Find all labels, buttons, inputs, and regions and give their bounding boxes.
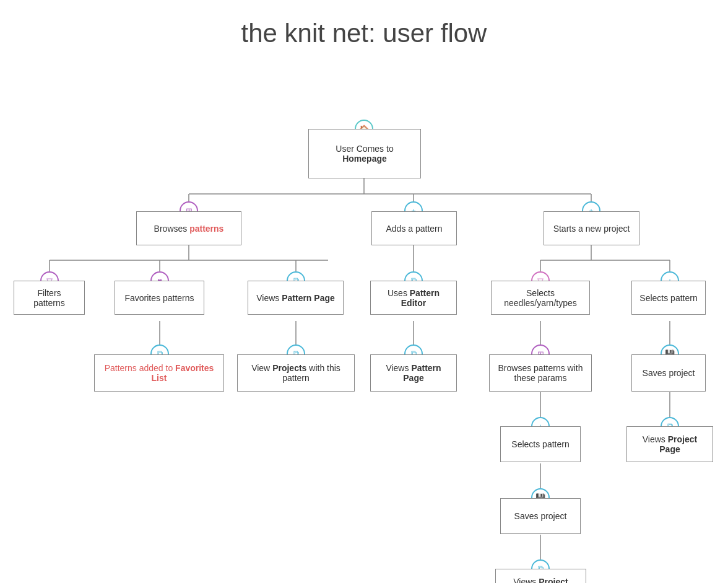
homepage-node: User Comes to Homepage bbox=[308, 129, 421, 178]
browses-params-node: Browses patterns with these params bbox=[489, 354, 592, 392]
saves-project1-node: Saves project bbox=[631, 354, 706, 392]
views-project1-node: Views Project Page bbox=[626, 426, 713, 462]
saves-project2-node: Saves project bbox=[500, 498, 581, 534]
favorites-list-node: Patterns added to Favorites List bbox=[94, 354, 224, 392]
selects-pattern-mid-node: Selects pattern bbox=[500, 426, 581, 462]
uses-editor-node: Uses Pattern Editor bbox=[370, 281, 457, 315]
selects-pattern-top-node: Selects pattern bbox=[631, 281, 706, 315]
views-pattern2-node: Views Pattern Page bbox=[370, 354, 457, 392]
view-projects-node: View Projects with this pattern bbox=[237, 354, 355, 392]
favorites-node: Favorites patterns bbox=[115, 281, 204, 315]
adds-node: Adds a pattern bbox=[371, 211, 457, 245]
flow-diagram: 🏠 User Comes to Homepage ⊞ Browses patte… bbox=[0, 55, 728, 583]
selects-needles-node: Selects needles/yarn/types bbox=[491, 281, 590, 315]
filters-node: Filters patterns bbox=[14, 281, 85, 315]
browses-node: Browses patterns bbox=[136, 211, 241, 245]
views-project2-node: Views Project Page bbox=[495, 569, 586, 583]
starts-node: Starts a new project bbox=[544, 211, 639, 245]
page-title: the knit net: user flow bbox=[0, 0, 728, 55]
views-pattern1-node: Views Pattern Page bbox=[248, 281, 344, 315]
